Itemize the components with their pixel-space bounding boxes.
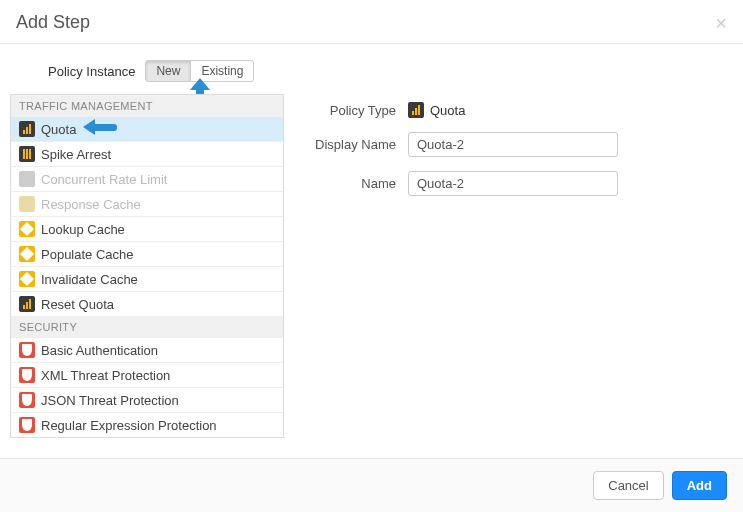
name-input[interactable] <box>408 171 618 196</box>
form-area: Policy Type Quota Display Name Name <box>298 94 733 210</box>
group-traffic-header: TRAFFIC MANAGEMENT <box>11 95 283 116</box>
row-display-name: Display Name <box>298 132 733 157</box>
policy-item-populate-cache[interactable]: Populate Cache <box>11 241 283 266</box>
policy-label: Spike Arrest <box>41 147 111 162</box>
policy-item-json-threat[interactable]: JSON Threat Protection <box>11 387 283 412</box>
instance-toggle: New Existing <box>145 60 254 82</box>
policy-instance-label: Policy Instance <box>48 64 135 79</box>
add-button[interactable]: Add <box>672 471 727 500</box>
policy-item-xml-threat[interactable]: XML Threat Protection <box>11 362 283 387</box>
policy-label: Response Cache <box>41 197 141 212</box>
policy-label: Concurrent Rate Limit <box>41 172 167 187</box>
policy-label: Invalidate Cache <box>41 272 138 287</box>
response-cache-icon <box>19 196 35 212</box>
close-icon[interactable]: × <box>715 13 727 33</box>
name-label: Name <box>298 176 408 191</box>
modal-header: Add Step × <box>0 0 743 44</box>
policy-instance-row: Policy Instance New Existing <box>10 54 733 94</box>
populate-cache-icon <box>19 246 35 262</box>
concurrent-rate-limit-icon <box>19 171 35 187</box>
policy-type-text: Quota <box>430 103 465 118</box>
arrow-annotation-quota <box>85 119 119 135</box>
quota-icon <box>408 102 424 118</box>
basic-auth-icon <box>19 342 35 358</box>
policy-label: Regular Expression Protection <box>41 418 217 433</box>
instance-existing-button[interactable]: Existing <box>190 60 254 82</box>
policy-type-value: Quota <box>408 102 465 118</box>
policy-item-invalidate-cache[interactable]: Invalidate Cache <box>11 266 283 291</box>
policy-list: TRAFFIC MANAGEMENT Quota Spike Arrest Co… <box>10 94 284 438</box>
policy-item-basic-auth[interactable]: Basic Authentication <box>11 337 283 362</box>
body-columns: TRAFFIC MANAGEMENT Quota Spike Arrest Co… <box>10 94 733 438</box>
policy-item-quota[interactable]: Quota <box>11 116 283 141</box>
policy-label: Quota <box>41 122 76 137</box>
policy-label: XML Threat Protection <box>41 368 170 383</box>
policy-label: JSON Threat Protection <box>41 393 179 408</box>
row-policy-type: Policy Type Quota <box>298 102 733 118</box>
modal-footer: Cancel Add <box>0 458 743 512</box>
cancel-button[interactable]: Cancel <box>593 471 663 500</box>
lookup-cache-icon <box>19 221 35 237</box>
group-security-header: SECURITY <box>11 316 283 337</box>
policy-item-response-cache: Response Cache <box>11 191 283 216</box>
display-name-input[interactable] <box>408 132 618 157</box>
policy-label: Basic Authentication <box>41 343 158 358</box>
json-threat-icon <box>19 392 35 408</box>
spike-arrest-icon <box>19 146 35 162</box>
policy-type-label: Policy Type <box>298 103 408 118</box>
policy-item-regex-protection[interactable]: Regular Expression Protection <box>11 412 283 437</box>
row-name: Name <box>298 171 733 196</box>
regex-protection-icon <box>19 417 35 433</box>
modal-body: Policy Instance New Existing TRAFFIC MAN… <box>0 44 743 438</box>
xml-threat-icon <box>19 367 35 383</box>
policy-item-concurrent-rate-limit: Concurrent Rate Limit <box>11 166 283 191</box>
display-name-label: Display Name <box>298 137 408 152</box>
policy-label: Lookup Cache <box>41 222 125 237</box>
reset-quota-icon <box>19 296 35 312</box>
policy-item-spike-arrest[interactable]: Spike Arrest <box>11 141 283 166</box>
instance-new-button[interactable]: New <box>145 60 191 82</box>
policy-item-reset-quota[interactable]: Reset Quota <box>11 291 283 316</box>
quota-icon <box>19 121 35 137</box>
policy-label: Reset Quota <box>41 297 114 312</box>
policy-item-lookup-cache[interactable]: Lookup Cache <box>11 216 283 241</box>
policy-label: Populate Cache <box>41 247 134 262</box>
modal-title: Add Step <box>16 12 90 33</box>
invalidate-cache-icon <box>19 271 35 287</box>
